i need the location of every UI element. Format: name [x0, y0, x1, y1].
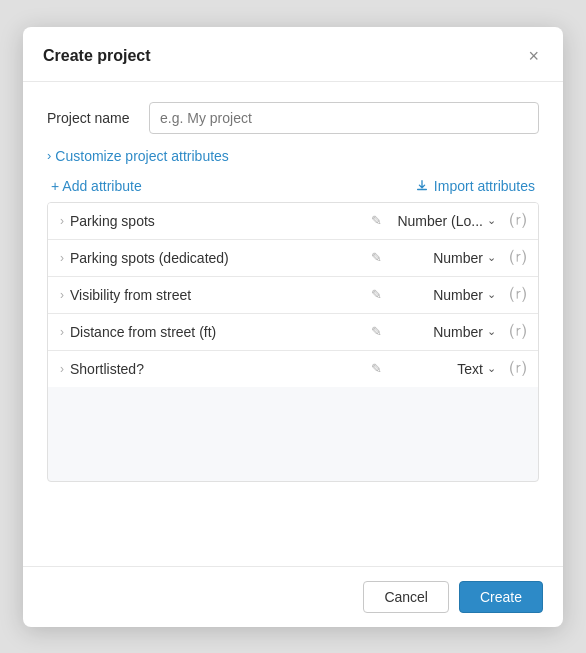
project-name-label: Project name	[47, 110, 137, 126]
import-icon	[415, 179, 429, 193]
expand-icon[interactable]: ›	[60, 251, 64, 265]
attribute-type-select: Number (Lo... ⌄	[388, 213, 498, 229]
type-dropdown-button[interactable]: ⌄	[485, 288, 498, 301]
attributes-section: + Add attribute Import attributes › Park…	[47, 178, 539, 482]
remove-attribute-button[interactable]: ⒭	[510, 324, 526, 340]
expand-icon[interactable]: ›	[60, 362, 64, 376]
import-attributes-button[interactable]: Import attributes	[415, 178, 535, 194]
attribute-type-label: Number	[433, 324, 483, 340]
attribute-type-label: Number (Lo...	[397, 213, 483, 229]
dialog-footer: Cancel Create	[23, 566, 563, 627]
expand-icon[interactable]: ›	[60, 288, 64, 302]
add-attribute-label: + Add attribute	[51, 178, 142, 194]
attribute-name: Shortlisted?	[70, 361, 365, 377]
close-button[interactable]: ×	[524, 45, 543, 67]
edit-icon[interactable]: ✎	[371, 287, 382, 302]
type-dropdown-button[interactable]: ⌄	[485, 362, 498, 375]
create-project-dialog: Create project × Project name › Customiz…	[23, 27, 563, 627]
customize-label: Customize project attributes	[55, 148, 229, 164]
attribute-row: › Shortlisted? ✎ Text ⌄ ⒭	[48, 351, 538, 387]
customize-toggle-button[interactable]: › Customize project attributes	[47, 148, 539, 164]
type-dropdown-button[interactable]: ⌄	[485, 214, 498, 227]
attribute-name: Parking spots (dedicated)	[70, 250, 365, 266]
chevron-down-icon: ›	[47, 148, 51, 163]
attribute-type-label: Number	[433, 287, 483, 303]
dialog-body: Project name › Customize project attribu…	[23, 82, 563, 566]
attribute-type-label: Text	[457, 361, 483, 377]
remove-attribute-button[interactable]: ⒭	[510, 361, 526, 377]
remove-attribute-button[interactable]: ⒭	[510, 287, 526, 303]
attribute-row: › Parking spots ✎ Number (Lo... ⌄ ⒭	[48, 203, 538, 240]
type-dropdown-button[interactable]: ⌄	[485, 325, 498, 338]
edit-icon[interactable]: ✎	[371, 250, 382, 265]
cancel-button[interactable]: Cancel	[363, 581, 449, 613]
type-dropdown-button[interactable]: ⌄	[485, 251, 498, 264]
add-attribute-button[interactable]: + Add attribute	[51, 178, 142, 194]
expand-icon[interactable]: ›	[60, 214, 64, 228]
remove-attribute-button[interactable]: ⒭	[510, 250, 526, 266]
attributes-list: › Parking spots ✎ Number (Lo... ⌄ ⒭ › Pa…	[47, 202, 539, 482]
edit-icon[interactable]: ✎	[371, 213, 382, 228]
attribute-row: › Parking spots (dedicated) ✎ Number ⌄ ⒭	[48, 240, 538, 277]
attribute-row: › Visibility from street ✎ Number ⌄ ⒭	[48, 277, 538, 314]
attribute-name: Distance from street (ft)	[70, 324, 365, 340]
attribute-name: Visibility from street	[70, 287, 365, 303]
project-name-row: Project name	[47, 102, 539, 134]
attribute-name: Parking spots	[70, 213, 365, 229]
dialog-header: Create project ×	[23, 27, 563, 82]
remove-attribute-button[interactable]: ⒭	[510, 213, 526, 229]
attribute-type-select: Text ⌄	[388, 361, 498, 377]
attribute-type-select: Number ⌄	[388, 287, 498, 303]
expand-icon[interactable]: ›	[60, 325, 64, 339]
edit-icon[interactable]: ✎	[371, 324, 382, 339]
attribute-row: › Distance from street (ft) ✎ Number ⌄ ⒭	[48, 314, 538, 351]
edit-icon[interactable]: ✎	[371, 361, 382, 376]
attribute-type-label: Number	[433, 250, 483, 266]
attributes-toolbar: + Add attribute Import attributes	[47, 178, 539, 194]
import-attributes-label: Import attributes	[434, 178, 535, 194]
dialog-title: Create project	[43, 47, 151, 65]
project-name-input[interactable]	[149, 102, 539, 134]
attribute-type-select: Number ⌄	[388, 250, 498, 266]
attribute-type-select: Number ⌄	[388, 324, 498, 340]
create-button[interactable]: Create	[459, 581, 543, 613]
